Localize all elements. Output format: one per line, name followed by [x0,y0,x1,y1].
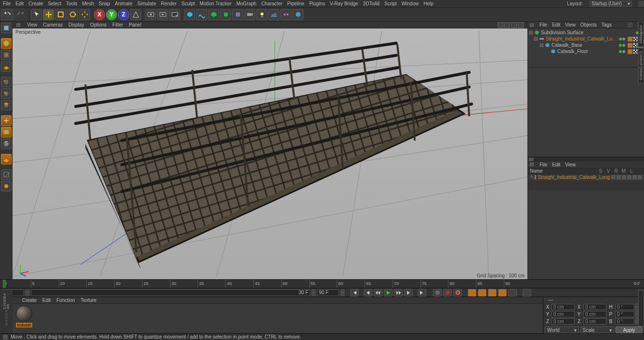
menu-window[interactable]: Window [402,1,419,6]
om-menu-objects[interactable]: Objects [580,22,597,27]
vmenu-filter[interactable]: Filter [112,22,123,27]
key-pla-button[interactable] [508,289,517,297]
goto-start-button[interactable] [350,289,359,297]
viewport-nav-zoom-icon[interactable] [504,22,510,28]
add-mograph-button[interactable] [280,9,291,20]
menu-snap[interactable]: Snap [99,1,110,6]
live-select-tool[interactable] [31,9,42,20]
add-light-button[interactable] [256,9,267,20]
play-button[interactable] [384,289,393,297]
last-tool[interactable] [79,9,90,20]
attrib-row[interactable]: └ Straight_Industrial_Catwalk_Long [528,174,644,180]
coord-size-x[interactable]: 0 cm [583,304,606,310]
menu-select[interactable]: Select [48,1,61,6]
spinner[interactable] [26,289,29,296]
menu-render[interactable]: Render [161,1,177,6]
spinner[interactable] [312,289,315,296]
misc-mode-button[interactable] [1,181,12,191]
polygon-mode-button[interactable] [1,100,12,110]
menu-sculpt[interactable]: Sculpt [182,1,195,6]
tab-control-drivers[interactable]: Control Drivers [638,48,644,83]
add-scene-button[interactable] [268,9,279,20]
layer-color-icon[interactable] [535,175,536,179]
timeline-cursor[interactable] [3,280,6,288]
menu-motiontracker[interactable]: Motion Tracker [200,1,232,6]
vmenu-display[interactable]: Display [68,22,84,27]
add-cube-button[interactable] [184,9,195,20]
add-spline-button[interactable] [196,9,207,20]
menu-edit[interactable]: Edit [15,1,24,6]
spinner[interactable] [341,289,344,296]
mm-menu-create[interactable]: Create [22,298,37,303]
prev-key-button[interactable] [364,289,372,297]
grip-icon[interactable] [16,23,21,27]
coord-mode-dropdown[interactable]: Scale▾ [580,326,615,333]
coord-size-z[interactable]: 0 cm [583,318,606,325]
next-key-button[interactable] [404,289,413,297]
grip-icon[interactable] [530,163,535,166]
mm-menu-function[interactable]: Function [56,298,75,303]
redo-button[interactable] [14,9,27,20]
coord-pos-z[interactable]: 0 cm [552,318,575,325]
range-end-field[interactable]: 90 F [317,289,339,296]
menu-help[interactable]: Help [423,1,434,6]
viewport-toggle-icon[interactable] [518,22,524,28]
y-axis-toggle[interactable]: Y [106,9,117,20]
mm-menu-texture[interactable]: Texture [81,298,97,303]
object-manager-tree[interactable]: ⊟ Subdivision Surface ⊟ Straight_Industr… [528,28,644,67]
add-generator-button[interactable] [208,9,219,20]
coord-system-toggle[interactable] [130,9,141,20]
am-menu-edit[interactable]: Edit [552,162,560,167]
matmgr-body[interactable]: Industri [13,304,543,333]
tab-attributes[interactable]: Attributes [638,22,644,47]
add-deformer-button[interactable] [220,9,231,20]
tree-row-catwalk-long[interactable]: ⊟ Straight_Industrial_Catwalk_Long [529,36,643,42]
expand-toggle[interactable]: ⊟ [529,30,533,35]
render-pv-button[interactable] [157,9,168,20]
menu-pipeline[interactable]: Pipeline [287,1,304,6]
enable-axis-button[interactable] [1,115,12,126]
om-menu-file[interactable]: File [539,22,547,27]
om-menu-edit[interactable]: Edit [552,22,560,27]
timeline-ruler[interactable]: 051015202530354045505560657075808590 0 F [0,279,644,288]
render-view-button[interactable] [145,9,156,20]
layout-dropdown[interactable]: Startup (User)▾ [590,1,632,7]
uv-tag-icon[interactable] [633,37,638,41]
texture-mode-button[interactable] [1,50,12,60]
make-editable-button[interactable] [1,23,12,33]
coord-rot-h[interactable]: 0 ° [615,304,634,310]
material-thumb[interactable]: Industri [14,306,34,327]
z-axis-toggle[interactable]: Z [118,9,129,20]
goto-end-button[interactable] [418,289,426,297]
menu-script[interactable]: Script [384,1,397,6]
viewport-nav-move-icon[interactable] [498,22,503,28]
menu-file[interactable]: File [3,1,11,6]
coord-rot-b[interactable]: 0 ° [615,318,634,325]
menu-create[interactable]: Create [28,1,43,6]
key-rot-button[interactable] [488,289,497,297]
point-mode-button[interactable] [1,77,12,87]
add-tag-button[interactable] [292,9,303,20]
menu-tools[interactable]: Tools [66,1,77,6]
om-search-icon[interactable] [628,23,632,27]
next-frame-button[interactable] [394,289,403,297]
viewport-nav-rotate-icon[interactable] [511,22,517,28]
x-axis-toggle[interactable]: X [94,9,105,20]
material-tag-icon[interactable] [628,49,632,54]
menu-animate[interactable]: Animate [115,1,132,6]
add-camera-button[interactable] [244,9,255,20]
menu-character[interactable]: Character [261,1,282,6]
uv-tag-icon[interactable] [633,43,638,48]
am-menu-file[interactable]: File [539,162,547,167]
layout-tab-1[interactable] [638,290,644,326]
timeline-slider-field[interactable]: 30 F [31,289,310,296]
grip-icon[interactable] [530,23,535,27]
menu-plugins[interactable]: Plugins [309,1,325,6]
vmenu-view[interactable]: View [27,22,38,27]
material-tag-icon[interactable] [628,43,632,48]
key-scale-button[interactable] [478,289,486,297]
key-options-button[interactable] [523,289,531,297]
expand-toggle[interactable]: ⊟ [539,42,543,48]
vmenu-panel[interactable]: Panel [129,22,142,27]
snap-toggle-button[interactable]: S [1,138,12,149]
